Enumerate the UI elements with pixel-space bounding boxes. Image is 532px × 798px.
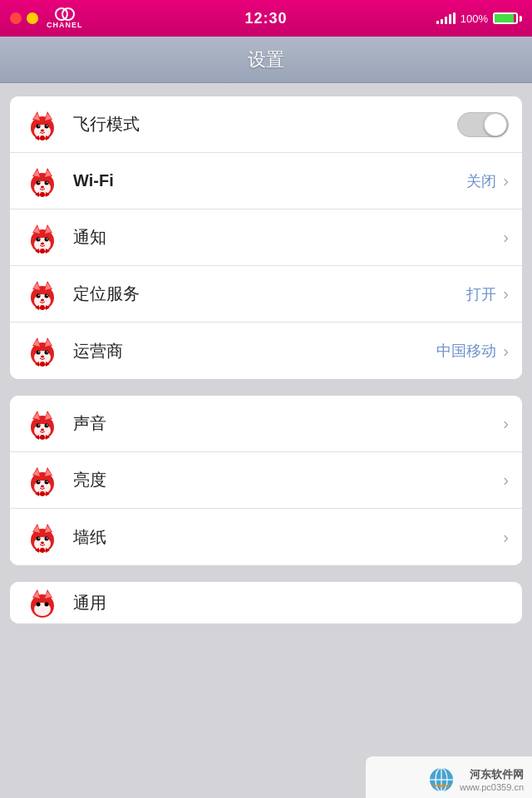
- chanel-cc-icon: [55, 7, 75, 21]
- wifi-row[interactable]: Wi-Fi 关闭 ›: [10, 153, 522, 209]
- svg-point-92: [37, 480, 41, 484]
- airplane-icon: [23, 106, 62, 144]
- svg-point-82: [41, 428, 44, 431]
- battery-icon: [493, 12, 522, 24]
- svg-point-108: [38, 537, 40, 539]
- airplane-mode-label: 飞行模式: [73, 113, 457, 135]
- wifi-icon: [23, 162, 62, 200]
- battery-tip: [520, 16, 522, 22]
- wallpaper-chevron-icon: ›: [503, 528, 509, 547]
- notifications-icon: [23, 219, 62, 257]
- wallpaper-row[interactable]: 墙纸 ›: [10, 509, 522, 565]
- svg-point-57: [40, 305, 45, 310]
- svg-point-10: [38, 125, 40, 126]
- general-row-partial[interactable]: 通用: [10, 582, 522, 623]
- svg-point-40: [41, 242, 44, 244]
- battery-fill: [495, 14, 514, 22]
- svg-point-110: [41, 542, 44, 544]
- signal-icon: [436, 12, 456, 24]
- svg-point-67: [47, 351, 48, 352]
- content: 飞行模式: [0, 83, 532, 798]
- airplane-mode-row[interactable]: 飞行模式: [10, 96, 522, 153]
- svg-point-81: [47, 424, 48, 426]
- status-bar: CHANEL 12:30 100%: [0, 0, 532, 37]
- chanel-text: CHANEL: [47, 21, 83, 29]
- settings-group-1: 飞行模式: [10, 96, 522, 379]
- svg-point-54: [41, 298, 44, 301]
- svg-point-50: [37, 293, 41, 298]
- svg-point-106: [37, 537, 41, 541]
- svg-point-25: [47, 181, 48, 183]
- svg-point-39: [47, 238, 48, 239]
- toggle-thumb: [484, 113, 507, 136]
- nav-title: 设置: [248, 47, 284, 72]
- settings-group-3: 通用: [10, 582, 522, 623]
- status-bar-right: 100%: [436, 12, 522, 25]
- svg-point-8: [37, 124, 41, 128]
- svg-point-66: [38, 351, 40, 352]
- notifications-row[interactable]: 通知 ›: [10, 209, 522, 266]
- svg-point-51: [45, 293, 49, 298]
- signal-bar-2: [441, 19, 443, 24]
- svg-point-36: [37, 237, 41, 241]
- status-bar-left: CHANEL: [10, 7, 83, 29]
- brightness-row[interactable]: 亮度 ›: [10, 452, 522, 509]
- general-icon: [23, 584, 62, 622]
- watermark-text-block: 河东软件网 www.pc0359.cn: [460, 767, 524, 792]
- svg-point-79: [45, 423, 49, 427]
- svg-point-96: [41, 485, 44, 487]
- watermark: 河东软件网 www.pc0359.cn: [366, 756, 532, 798]
- location-icon: [23, 275, 62, 313]
- svg-point-29: [40, 192, 45, 197]
- notifications-label: 通知: [73, 226, 503, 249]
- location-chevron-icon: ›: [503, 284, 509, 303]
- nav-bar: 设置: [0, 37, 532, 83]
- sound-chevron-icon: ›: [503, 414, 509, 433]
- svg-point-71: [40, 362, 45, 367]
- dot-red-icon: [10, 12, 22, 24]
- location-value: 打开: [466, 284, 496, 304]
- carrier-row[interactable]: 运营商 中国移动 ›: [10, 323, 522, 379]
- location-row[interactable]: 定位服务 打开 ›: [10, 266, 522, 323]
- sound-label: 声音: [73, 412, 503, 435]
- signal-bar-4: [449, 14, 451, 24]
- svg-point-78: [37, 423, 41, 427]
- svg-point-93: [45, 480, 49, 484]
- wifi-label: Wi-Fi: [73, 171, 466, 190]
- carrier-icon: [23, 332, 62, 370]
- signal-bar-5: [453, 12, 456, 24]
- svg-point-9: [45, 124, 49, 128]
- svg-point-43: [40, 249, 45, 254]
- svg-point-64: [37, 351, 41, 355]
- settings-group-2: 声音 ›: [10, 396, 522, 565]
- location-label: 定位服务: [73, 283, 466, 305]
- svg-point-85: [40, 435, 45, 440]
- svg-point-37: [45, 237, 49, 241]
- wallpaper-icon: [23, 518, 62, 556]
- svg-point-26: [41, 185, 44, 188]
- svg-point-94: [38, 480, 40, 482]
- svg-point-12: [41, 129, 44, 131]
- svg-point-22: [37, 180, 41, 185]
- carrier-value: 中国移动: [436, 341, 496, 361]
- airplane-mode-toggle[interactable]: [457, 112, 509, 137]
- wifi-chevron-icon: ›: [503, 171, 509, 190]
- sound-icon: [23, 405, 62, 443]
- svg-point-109: [47, 537, 48, 539]
- signal-bar-3: [445, 17, 447, 24]
- watermark-line1: 河东软件网: [460, 767, 524, 782]
- svg-point-80: [38, 424, 40, 426]
- dot-yellow-icon: [27, 12, 38, 24]
- svg-point-120: [37, 603, 41, 607]
- sound-row[interactable]: 声音 ›: [10, 396, 522, 452]
- battery-percent: 100%: [461, 12, 488, 25]
- svg-point-15: [40, 135, 45, 140]
- svg-point-107: [45, 537, 49, 541]
- svg-point-24: [38, 181, 40, 183]
- svg-point-38: [38, 238, 40, 239]
- brightness-icon: [23, 461, 62, 500]
- svg-point-121: [45, 603, 49, 607]
- carrier-chevron-icon: ›: [503, 342, 509, 361]
- svg-point-113: [40, 548, 45, 553]
- brightness-chevron-icon: ›: [503, 470, 509, 490]
